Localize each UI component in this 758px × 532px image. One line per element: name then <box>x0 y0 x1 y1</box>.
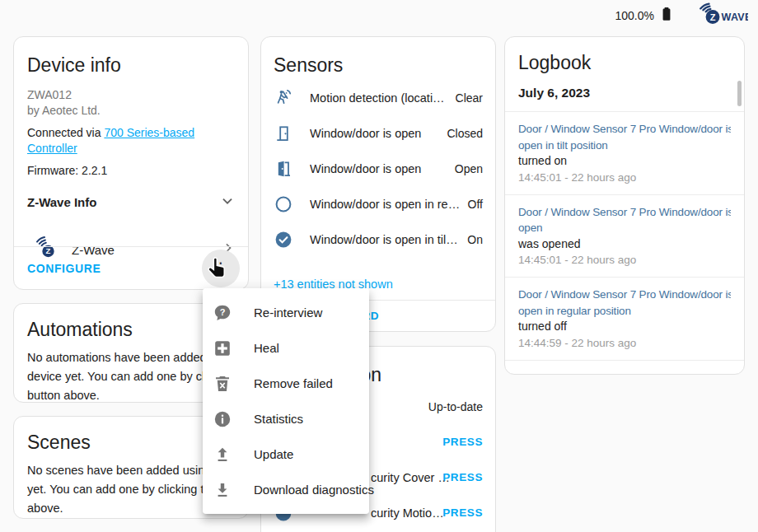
config-row-value: Up-to-date <box>428 400 483 413</box>
sensor-label: Window/door is open in regular … <box>310 198 461 211</box>
chevron-down-icon <box>218 192 236 212</box>
logbook-entity-link[interactable]: Door / Window Sensor 7 Pro Window/door i… <box>518 370 731 376</box>
press-button[interactable]: PRESS <box>442 436 483 448</box>
connected-via-line: Connected via 700 Series-based Controlle… <box>14 125 248 156</box>
logbook-entity-link[interactable]: Door / Window Sensor 7 Pro Window/door i… <box>518 204 731 236</box>
sensor-value: On <box>467 233 483 246</box>
logbook-time: 14:45:01 - 22 hours ago <box>518 252 731 268</box>
sensor-label: Window/door is open in tilt posi… <box>310 233 461 246</box>
logbook-title: Logbook <box>505 37 744 74</box>
menu-item-reinterview[interactable]: ? Re-interview <box>203 295 369 330</box>
menu-item-update[interactable]: Update <box>203 436 369 472</box>
sensor-row-tilt-position[interactable]: Window/door is open in tilt posi… On <box>261 222 495 257</box>
logbook-entity-link[interactable]: Door / Window Sensor 7 Pro Window/door i… <box>518 287 731 319</box>
svg-text:WAVE: WAVE <box>722 12 749 23</box>
kebab-icon: ⋮ <box>213 260 229 276</box>
sensor-value: Off <box>468 198 483 211</box>
device-model: ZWA012 <box>27 87 235 103</box>
menu-item-download-diagnostics[interactable]: Download diagnostics <box>203 472 369 507</box>
logbook-action: turned off <box>518 319 731 335</box>
download-icon <box>213 480 232 500</box>
logbook-scrollbar-thumb[interactable] <box>737 81 742 106</box>
logbook-date: July 6, 2023 <box>505 74 744 112</box>
chat-question-icon: ? <box>213 303 232 323</box>
device-manufacturer: by Aeotec Ltd. <box>27 103 235 119</box>
battery-level: 100.0% <box>615 9 654 22</box>
device-menu-button[interactable]: ⋮ <box>202 250 240 287</box>
logbook-entry: Door / Window Sensor 7 Pro Window/door i… <box>505 195 744 278</box>
menu-item-heal[interactable]: Heal <box>203 330 369 366</box>
heal-icon <box>213 338 232 358</box>
sensor-row-motion[interactable]: Motion detection (location pr… Clear <box>261 80 495 115</box>
press-button[interactable]: PRESS <box>442 506 483 519</box>
logbook-time: 14:44:59 - 22 hours ago <box>518 335 731 351</box>
config-row-label: curity Motio… <box>371 506 444 520</box>
device-info-title: Device info <box>14 37 248 77</box>
sensor-value: Open <box>455 162 483 175</box>
menu-item-statistics[interactable]: Statistics <box>203 401 369 436</box>
svg-text:?: ? <box>220 306 226 316</box>
battery-icon <box>659 5 674 26</box>
sensor-label: Motion detection (location pr… <box>310 91 449 105</box>
zwave-logo: Z WAVE <box>687 2 748 29</box>
logbook-action: turned on <box>518 153 731 170</box>
sensor-value: Closed <box>447 127 483 140</box>
device-page: 100.0% Z WAVE Device info ZWA012 by Aeot… <box>0 0 758 532</box>
door-open-icon <box>274 159 293 179</box>
sensor-row-regular-position[interactable]: Window/door is open in regular … Off <box>261 186 495 222</box>
upload-icon <box>213 445 232 464</box>
sensor-row-door-open[interactable]: Window/door is open Open <box>261 151 495 186</box>
door-closed-icon <box>274 124 293 143</box>
config-row-label: curity Cover … <box>371 471 450 484</box>
circle-outline-icon <box>274 194 293 214</box>
menu-item-remove-failed[interactable]: Remove failed <box>203 366 369 401</box>
device-card-footer: CONFIGURE ⋮ <box>14 246 248 289</box>
check-circle-icon <box>274 230 293 250</box>
motion-sensor-icon <box>274 88 293 108</box>
logbook-entry: Door / Window Sensor 7 Pro Window/door i… <box>505 278 744 361</box>
top-bar: 100.0% Z WAVE <box>615 3 748 28</box>
firmware-line: Firmware: 2.2.1 <box>14 163 248 179</box>
svg-text:Z: Z <box>710 12 716 22</box>
logbook-action: was opened <box>518 236 731 253</box>
sensors-title: Sensors <box>261 37 495 77</box>
information-icon <box>213 409 232 429</box>
logbook-time: 14:45:01 - 22 hours ago <box>518 170 731 185</box>
sensor-rows: Motion detection (location pr… Clear Win… <box>261 80 495 257</box>
sensor-label: Window/door is open <box>310 162 448 175</box>
sensor-row-door-closed[interactable]: Window/door is open Closed <box>261 115 495 151</box>
logbook-entity-link[interactable]: Door / Window Sensor 7 Pro Window/door i… <box>518 121 731 153</box>
delete-forever-icon <box>213 374 232 394</box>
logbook-card: Logbook July 6, 2023 Door / Window Senso… <box>504 36 745 375</box>
sensor-label: Window/door is open <box>310 127 440 140</box>
device-actions-menu: ? Re-interview Heal <box>203 288 369 514</box>
sensor-value: Clear <box>456 91 483 105</box>
logbook-entry: Door / Window Sensor 7 Pro Window/door i… <box>505 361 744 376</box>
configure-button[interactable]: CONFIGURE <box>27 262 101 275</box>
device-model-manufacturer: ZWA012 by Aeotec Ltd. <box>14 87 248 119</box>
logbook-entry: Door / Window Sensor 7 Pro Window/door i… <box>505 112 744 195</box>
device-info-card: Device info ZWA012 by Aeotec Ltd. Connec… <box>13 36 249 290</box>
zwave-info-expander[interactable]: Z-Wave Info <box>14 192 248 212</box>
